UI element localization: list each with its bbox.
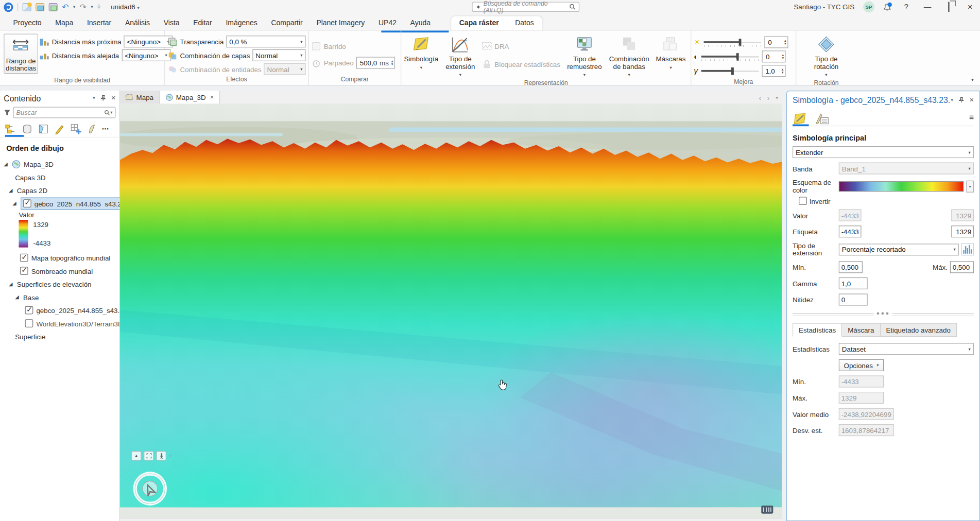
filter-icon[interactable] <box>4 109 10 116</box>
color-scheme-dropdown-icon[interactable]: ▾ <box>966 180 974 192</box>
view-tab-mapa[interactable]: Mapa <box>120 91 160 103</box>
layer-visibility-checkbox[interactable] <box>20 267 28 275</box>
label-max-field[interactable] <box>951 225 974 237</box>
tab-vista[interactable]: Vista <box>157 16 186 30</box>
tree-item-world-elev[interactable]: WorldElevation3D/Terrain3D <box>0 317 119 329</box>
customize-qat-icon[interactable]: ▿̄ <box>97 4 100 10</box>
project-name[interactable]: unidad6 ▾ <box>111 3 140 11</box>
keyboard-navigation-icon[interactable] <box>761 506 773 514</box>
tab-mapa[interactable]: Mapa <box>48 16 80 30</box>
pane-splitter[interactable]: ●●● <box>793 313 974 316</box>
transparency-select[interactable]: 0,0 %▾ <box>226 36 305 47</box>
tab-proyecto[interactable]: Proyecto <box>6 16 48 30</box>
more-options-icon[interactable]: ⋯ <box>102 125 109 133</box>
tree-item-capas3d[interactable]: Capas 3D <box>0 170 119 183</box>
close-pane-icon[interactable]: × <box>111 94 116 102</box>
statistics-select[interactable]: Dataset ▾ <box>839 343 974 355</box>
expand-icon[interactable]: ◢ <box>9 281 14 287</box>
list-by-drawing-order-icon[interactable] <box>5 124 16 134</box>
tree-item-elev-surfaces[interactable]: ◢ Superficies de elevación <box>0 277 119 290</box>
expand-icon[interactable]: ◢ <box>9 187 14 193</box>
tab-mascara[interactable]: Máscara <box>842 323 880 337</box>
close-pane-icon[interactable]: × <box>969 96 974 105</box>
menu-icon[interactable]: ≡ <box>969 112 974 121</box>
tab-editar[interactable]: Editar <box>186 16 219 30</box>
list-by-snapping-icon[interactable] <box>71 124 82 134</box>
help-button[interactable]: ? <box>900 3 913 11</box>
undo-icon[interactable]: ↶ <box>62 3 68 11</box>
list-by-selection-icon[interactable] <box>38 124 49 134</box>
tree-item-map3d[interactable]: ◢ Mapa_3D <box>0 158 119 170</box>
clip-min-field[interactable] <box>839 261 863 273</box>
tree-item-gebco-elev[interactable]: gebco_2025_n44.855_s43.23_... <box>0 304 119 317</box>
tree-item-hillshade[interactable]: Sombreado mundial <box>0 264 119 277</box>
list-by-editing-icon[interactable] <box>55 124 65 134</box>
save-project-icon[interactable] <box>49 3 58 11</box>
app-logo-icon[interactable] <box>4 2 13 11</box>
layer-visibility-checkbox[interactable] <box>20 254 28 262</box>
spinner-arrows[interactable]: ▴▾ <box>391 60 393 66</box>
options-button[interactable]: Opciones ▾ <box>839 359 884 371</box>
new-map-icon[interactable] <box>23 3 31 11</box>
contents-search-input[interactable]: Buscar ▾ <box>13 107 115 118</box>
expand-icon[interactable]: ◢ <box>12 201 18 206</box>
scroll-left-icon[interactable]: ‹ <box>759 95 761 101</box>
notifications-bell-icon[interactable] <box>883 3 891 11</box>
contrast-spinner[interactable]: 0▴▾ <box>762 50 786 62</box>
tab-capa-raster[interactable]: Capa ráster <box>451 16 507 30</box>
tab-datos[interactable]: Datos <box>507 16 542 30</box>
list-by-data-source-icon[interactable] <box>22 124 32 134</box>
redo-dropdown-icon[interactable]: ▾ <box>91 4 93 9</box>
expand-icon[interactable]: ◢ <box>15 294 20 300</box>
rotation-type-button[interactable]: Tipo de rotación ▾ <box>807 32 845 79</box>
command-search[interactable]: ✦ Búsqueda de comando (Alt+Q) <box>472 2 579 12</box>
tree-item-gebco-raster[interactable]: ◢ gebco_2025_n44.855_s43.23_w... <box>0 197 119 210</box>
resampling-button[interactable]: Tipo de remuestreo ▾ <box>564 32 605 79</box>
layer-visibility-checkbox[interactable] <box>23 199 31 207</box>
redo-icon[interactable]: ↷ <box>80 3 87 11</box>
gamma-slider[interactable] <box>701 66 759 75</box>
label-min-field[interactable] <box>839 225 862 237</box>
vary-symbology-tab-icon[interactable] <box>814 112 830 126</box>
tree-item-capas2d[interactable]: ◢ Capas 2D <box>0 184 119 197</box>
scroll-right-icon[interactable]: › <box>767 95 769 101</box>
view-list-icon[interactable]: ▾ <box>776 95 778 101</box>
stretch-select[interactable]: Porcentaje recortado ▾ <box>839 244 959 255</box>
symbology-button[interactable]: Simbología ▾ <box>404 32 438 79</box>
scene-viewport[interactable]: ▴ ⁘ <box>120 103 782 521</box>
pane-menu-icon[interactable]: ▾ <box>93 96 95 101</box>
close-view-icon[interactable]: × <box>210 94 214 100</box>
color-scheme-ramp[interactable] <box>839 181 964 192</box>
tab-insertar[interactable]: Insertar <box>80 16 118 30</box>
close-button[interactable]: × <box>964 2 976 12</box>
far-distance-select[interactable]: <Ninguno>▾ <box>122 49 170 61</box>
tab-estadisticas[interactable]: Estadísticas <box>793 323 842 337</box>
pane-menu-icon[interactable]: ▾ <box>951 97 953 102</box>
pedestrian-view-icon[interactable] <box>156 451 166 460</box>
tree-item-superficie[interactable]: Superficie <box>0 330 119 343</box>
invert-checkbox[interactable] <box>799 197 807 205</box>
layer-visibility-checkbox[interactable] <box>25 319 33 327</box>
stretch-type-button[interactable]: Tipo de extensión ▾ <box>441 32 479 79</box>
collapse-ribbon-icon[interactable]: ▾ <box>971 77 974 82</box>
open-project-icon[interactable] <box>36 3 44 11</box>
tab-ayuda[interactable]: Ayuda <box>403 16 437 30</box>
full-extent-icon[interactable] <box>144 451 153 460</box>
gamma-field[interactable] <box>839 277 868 289</box>
contrast-slider[interactable] <box>701 52 759 61</box>
view-tab-mapa3d[interactable]: Mapa_3D × <box>160 91 220 103</box>
flicker-spinner[interactable]: 500,0 ms ▴▾ <box>356 57 395 68</box>
tab-up42[interactable]: UP42 <box>372 16 404 30</box>
brightness-slider[interactable] <box>703 38 761 46</box>
layer-blend-select[interactable]: Normal▾ <box>252 49 305 61</box>
user-avatar[interactable]: SP <box>863 1 874 12</box>
gamma-spinner[interactable]: 1,0▴▾ <box>762 65 785 77</box>
tab-planet-imagery[interactable]: Planet Imagery <box>310 16 372 30</box>
primary-symbology-tab-icon[interactable] <box>793 112 807 126</box>
brightness-spinner[interactable]: 0▴▾ <box>764 36 788 48</box>
drag-handle-icon[interactable]: ⁘ <box>169 454 173 459</box>
pin-icon[interactable] <box>958 97 965 103</box>
minimize-button[interactable]: — <box>921 3 934 11</box>
histogram-button[interactable] <box>961 243 974 255</box>
list-by-labeling-icon[interactable] <box>88 124 96 134</box>
